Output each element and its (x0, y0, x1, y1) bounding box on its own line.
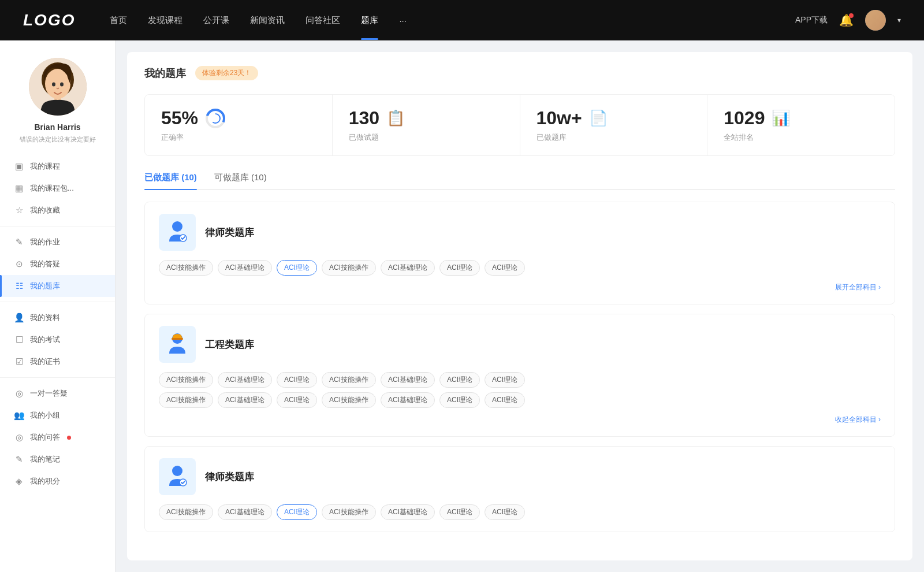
tag-4[interactable]: ACI基础理论 (381, 260, 435, 276)
law2-tag-2-active[interactable]: ACI理论 (277, 504, 317, 520)
nav-discover[interactable]: 发现课程 (148, 15, 182, 26)
qbank-title-lawyer-1: 律师类题库 (205, 226, 254, 239)
expand-link-lawyer-1[interactable]: 展开全部科目 › (835, 283, 881, 292)
stat-accuracy-top: 55% (161, 107, 316, 129)
eng-tag-13[interactable]: ACI理论 (485, 392, 525, 408)
sidebar: Brian Harris 错误的决定比没有决定要好 ▣ 我的课程 ▦ 我的课程包… (0, 40, 116, 572)
qbank-card-engineer: 工程类题库 ACI技能操作 ACI基础理论 ACI理论 ACI技能操作 ACI基… (144, 314, 895, 437)
tag-2-active[interactable]: ACI理论 (277, 260, 317, 276)
nav-menu: 首页 发现课程 公开课 新闻资讯 问答社区 题库 ··· (110, 15, 795, 26)
eng-tag-10[interactable]: ACI技能操作 (322, 392, 376, 408)
homework-icon: ✎ (14, 237, 24, 247)
nav-qa[interactable]: 问答社区 (305, 15, 340, 26)
stat-ranking-value: 1029 (724, 107, 765, 129)
eng-tag-0[interactable]: ACI技能操作 (159, 372, 213, 388)
stat-done-banks-label: 已做题库 (536, 132, 691, 143)
sidebar-item-profile-label: 我的资料 (30, 313, 60, 323)
qbank-tags-lawyer-1: ACI技能操作 ACI基础理论 ACI理论 ACI技能操作 ACI基础理论 AC… (159, 260, 881, 276)
eng-tag-11[interactable]: ACI基础理论 (381, 392, 435, 408)
sidebar-item-exam[interactable]: ☐ 我的考试 (0, 329, 115, 351)
stat-ranking: 1029 📊 全站排名 (707, 95, 895, 155)
eng-tag-7[interactable]: ACI技能操作 (159, 392, 213, 408)
courses-icon: ▣ (14, 161, 24, 172)
eng-tag-9[interactable]: ACI理论 (277, 392, 317, 408)
collapse-link-engineer[interactable]: 收起全部科目 › (835, 415, 881, 425)
eng-tag-8[interactable]: ACI基础理论 (218, 392, 272, 408)
sidebar-item-favorites[interactable]: ☆ 我的收藏 (0, 199, 115, 221)
engineer-figure-icon (165, 332, 190, 357)
sidebar-item-course-package-label: 我的课程包... (30, 183, 74, 194)
law2-tag-3[interactable]: ACI技能操作 (322, 504, 376, 520)
sidebar-item-points[interactable]: ◈ 我的积分 (0, 470, 115, 492)
sidebar-item-certificate[interactable]: ☑ 我的证书 (0, 351, 115, 373)
sidebar-item-homework-label: 我的作业 (30, 237, 60, 247)
law2-tag-6[interactable]: ACI理论 (485, 504, 525, 520)
svg-point-13 (172, 466, 182, 476)
lawyer-figure-icon (165, 220, 190, 245)
sidebar-item-profile[interactable]: 👤 我的资料 (0, 307, 115, 329)
tag-5[interactable]: ACI理论 (439, 260, 480, 276)
sidebar-item-course-package[interactable]: ▦ 我的课程包... (0, 177, 115, 199)
course-package-icon: ▦ (14, 183, 24, 194)
eng-tag-5[interactable]: ACI理论 (439, 372, 480, 388)
law2-tag-4[interactable]: ACI基础理论 (381, 504, 435, 520)
avatar[interactable] (865, 10, 886, 31)
eng-tag-3[interactable]: ACI技能操作 (322, 372, 376, 388)
stat-done-banks-value: 10w+ (536, 107, 582, 129)
sidebar-item-my-qa[interactable]: ◎ 我的问答 (0, 426, 115, 448)
sidebar-item-certificate-label: 我的证书 (30, 356, 60, 367)
app-download-button[interactable]: APP下载 (795, 15, 828, 25)
logo[interactable]: LOGO (23, 11, 75, 29)
law2-tag-1[interactable]: ACI基础理论 (218, 504, 272, 520)
tag-0[interactable]: ACI技能操作 (159, 260, 213, 276)
eng-tag-12[interactable]: ACI理论 (439, 392, 480, 408)
navbar: LOGO 首页 发现课程 公开课 新闻资讯 问答社区 题库 ··· APP下载 … (0, 0, 924, 40)
sidebar-item-qbank[interactable]: ☷ 我的题库 (0, 275, 115, 297)
tag-6[interactable]: ACI理论 (485, 260, 525, 276)
svg-point-9 (172, 221, 182, 232)
qbank-card-lawyer-2-header: 律师类题库 (159, 458, 881, 495)
my-qa-icon: ◎ (14, 432, 24, 443)
tab-done-banks[interactable]: 已做题库 (10) (144, 172, 197, 189)
nav-more[interactable]: ··· (399, 16, 407, 25)
sidebar-item-homework[interactable]: ✎ 我的作业 (0, 231, 115, 253)
qbank-card-engineer-header: 工程类题库 (159, 326, 881, 363)
nav-home[interactable]: 首页 (110, 15, 127, 26)
sidebar-item-favorites-label: 我的收藏 (30, 205, 60, 216)
tag-3[interactable]: ACI技能操作 (322, 260, 376, 276)
trial-badge: 体验剩余23天！ (195, 66, 258, 80)
eng-tag-2[interactable]: ACI理论 (277, 372, 317, 388)
page-header: 我的题库 体验剩余23天！ (144, 66, 895, 80)
tabs-row: 已做题库 (10) 可做题库 (10) (144, 172, 895, 190)
sidebar-item-notes[interactable]: ✎ 我的笔记 (0, 448, 115, 470)
qbank-tags-engineer-row1: ACI技能操作 ACI基础理论 ACI理论 ACI技能操作 ACI基础理论 AC… (159, 372, 881, 388)
tab-available-banks[interactable]: 可做题库 (10) (214, 172, 267, 189)
stat-done-questions-value: 130 (349, 107, 379, 129)
tag-1[interactable]: ACI基础理论 (218, 260, 272, 276)
nav-news[interactable]: 新闻资讯 (250, 15, 285, 26)
qbank-card-lawyer-1: 律师类题库 ACI技能操作 ACI基础理论 ACI理论 ACI技能操作 ACI基… (144, 202, 895, 304)
groups-icon: 👥 (14, 410, 24, 421)
lawyer-icon-1 (159, 214, 196, 251)
eng-tag-4[interactable]: ACI基础理论 (381, 372, 435, 388)
qbank-card-lawyer-1-header: 律师类题库 (159, 214, 881, 251)
avatar-image (865, 10, 886, 31)
nav-qbank[interactable]: 题库 (361, 15, 378, 26)
sidebar-item-groups[interactable]: 👥 我的小组 (0, 404, 115, 426)
main-content: 我的题库 体验剩余23天！ 55% 正确率 130 (127, 52, 912, 560)
sidebar-item-my-courses[interactable]: ▣ 我的课程 (0, 155, 115, 177)
stat-accuracy-label: 正确率 (161, 132, 316, 143)
user-name: Brian Harris (34, 122, 80, 132)
sidebar-item-questions[interactable]: ⊙ 我的答疑 (0, 253, 115, 275)
notification-bell[interactable]: 🔔 (839, 13, 854, 27)
eng-tag-1[interactable]: ACI基础理论 (218, 372, 272, 388)
stat-done-questions-label: 已做试题 (349, 132, 504, 143)
law2-tag-5[interactable]: ACI理论 (439, 504, 480, 520)
law2-tag-0[interactable]: ACI技能操作 (159, 504, 213, 520)
nav-mooc[interactable]: 公开课 (203, 15, 229, 26)
eng-tag-6[interactable]: ACI理论 (485, 372, 525, 388)
sidebar-divider-3 (0, 377, 115, 378)
avatar-chevron-icon[interactable]: ▾ (897, 16, 901, 24)
sidebar-item-tutoring[interactable]: ◎ 一对一答疑 (0, 382, 115, 404)
stat-accuracy: 55% 正确率 (145, 95, 333, 155)
